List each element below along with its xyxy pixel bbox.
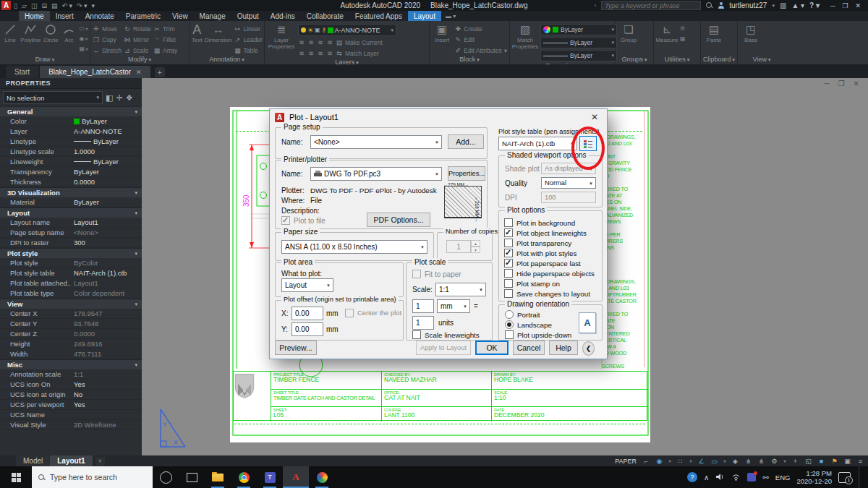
- annotation-monitor-icon[interactable]: ◱: [804, 458, 813, 465]
- expand-icon[interactable]: ›: [594, 2, 596, 9]
- opt-plot-in-background[interactable]: Plot in background: [504, 218, 599, 228]
- tab-parametric[interactable]: Parametric: [120, 11, 166, 21]
- property-row[interactable]: UCS icon at originNo: [0, 390, 142, 400]
- layout1-tab[interactable]: Layout1: [50, 455, 92, 466]
- opt-plot-stamp-on[interactable]: Plot stamp on: [504, 278, 599, 288]
- printer-select[interactable]: DWG To PDF.pc3▼: [310, 167, 442, 181]
- panel-label-annotation[interactable]: Annotation: [190, 55, 264, 64]
- undo-icon[interactable]: ↶ ▾: [61, 2, 72, 9]
- redo-icon[interactable]: ↷ ▾: [77, 2, 88, 9]
- teams-icon[interactable]: T: [257, 466, 283, 488]
- tool-arc[interactable]: Arc: [61, 22, 77, 43]
- toggle-pickadd-icon[interactable]: ◧: [106, 93, 113, 103]
- tool-array[interactable]: ▦Array: [153, 46, 177, 55]
- tab-output[interactable]: Output: [231, 11, 265, 21]
- section-3d-visualization[interactable]: 3D Visualization▾: [0, 187, 142, 197]
- printer-properties-button[interactable]: Properties...: [448, 166, 485, 181]
- tab-drawing[interactable]: Blake_Hope_LatchCastor✕: [40, 66, 150, 78]
- tool-layer-properties[interactable]: ≣ Layer Properties: [267, 22, 296, 50]
- user-menu-caret-icon[interactable]: ▾: [772, 3, 775, 9]
- tool-create-block[interactable]: ✚Create: [454, 24, 507, 33]
- shade-plot-select[interactable]: As displayed▼: [541, 163, 596, 174]
- property-row[interactable]: LayerA-ANNO-NOTE: [0, 127, 142, 137]
- cancel-button[interactable]: Cancel: [513, 341, 545, 355]
- annotation-scale-icon[interactable]: ⚙: [770, 458, 779, 465]
- scale-units-input[interactable]: 1: [412, 316, 434, 330]
- layer-dropdown[interactable]: ☀ ▣ ⚷ A-ANNO-NOTE ▾: [298, 24, 396, 36]
- chrome-icon[interactable]: [231, 466, 257, 488]
- opt-plot-paperspace-last[interactable]: Plot paperspace last: [504, 258, 599, 268]
- tab-insert[interactable]: Insert: [50, 11, 80, 21]
- app-store-icon[interactable]: ▥: [780, 1, 786, 9]
- offset-y-input[interactable]: 0.00: [292, 322, 323, 336]
- task-view-icon[interactable]: [179, 466, 205, 488]
- save-as-icon[interactable]: ⊟: [41, 2, 47, 9]
- spin-up-icon[interactable]: ▲: [471, 240, 480, 247]
- tool-line[interactable]: Line: [2, 22, 18, 43]
- restore-icon[interactable]: ❐: [842, 2, 848, 9]
- tool-edit-attributes[interactable]: ✐Edit Attributes ▾: [454, 46, 507, 55]
- scale-unit-select[interactable]: mm▼: [437, 299, 470, 313]
- qat-customize-icon[interactable]: ▾: [92, 2, 95, 9]
- property-row[interactable]: Width476.7111: [0, 349, 142, 359]
- help-search-input[interactable]: [601, 1, 701, 10]
- tab-collaborate[interactable]: Collaborate: [301, 11, 349, 21]
- customization-icon[interactable]: ≡: [856, 458, 865, 465]
- quick-calc-icon[interactable]: ▦: [680, 34, 686, 43]
- add-button[interactable]: Add...: [448, 134, 484, 149]
- edit-pen-table-button[interactable]: [579, 136, 597, 151]
- taskbar-search[interactable]: Type here to search: [32, 466, 153, 488]
- section-misc[interactable]: Misc▾: [0, 359, 142, 369]
- tab-view[interactable]: View: [166, 11, 194, 21]
- property-row[interactable]: Thickness0.0000: [0, 177, 142, 187]
- fit-to-paper-checkbox[interactable]: Fit to paper: [412, 269, 461, 279]
- property-row[interactable]: Linetype scale1.0000: [0, 147, 142, 157]
- snap-caret-icon[interactable]: ▾: [668, 458, 672, 463]
- polar-tracking-icon[interactable]: ∠: [697, 458, 706, 465]
- tool-match-properties[interactable]: ▧ Match Properties: [512, 22, 538, 50]
- signed-in-user[interactable]: turtlenutz27: [729, 1, 767, 9]
- property-row[interactable]: Plot styleByColor: [0, 258, 142, 268]
- user-avatar-icon[interactable]: [718, 2, 724, 9]
- property-row[interactable]: TransparencyByLayer: [0, 167, 142, 177]
- ok-button[interactable]: OK: [475, 341, 509, 355]
- page-setup-name-select[interactable]: <None>▼: [310, 135, 442, 149]
- quick-select-icon[interactable]: ❖: [126, 93, 133, 103]
- tab-layout[interactable]: Layout: [408, 11, 441, 21]
- copies-spinner[interactable]: 1 ▲▼: [446, 240, 480, 253]
- tool-polyline[interactable]: Polyline: [20, 22, 41, 43]
- help-icon[interactable]: ? ▾: [809, 1, 820, 9]
- panel-label-modify[interactable]: Modify: [90, 55, 189, 64]
- opt-hide-paperspace-objects[interactable]: Hide paperspace objects: [504, 268, 599, 278]
- property-row[interactable]: UCS Name: [0, 410, 142, 420]
- tool-circle[interactable]: Circle: [43, 22, 59, 43]
- tool-base[interactable]: ◳ Base: [740, 22, 762, 43]
- workspace-switching-icon[interactable]: +: [791, 458, 800, 465]
- property-row[interactable]: UCS per viewportYes: [0, 400, 142, 410]
- section-plot-style[interactable]: Plot style▾: [0, 248, 142, 258]
- property-row[interactable]: Height249.6916: [0, 339, 142, 349]
- lock-ui-icon[interactable]: ▣: [843, 458, 852, 465]
- minimize-icon[interactable]: ─: [830, 2, 835, 9]
- tool-trim[interactable]: ✂Trim: [153, 24, 177, 33]
- grid-icon[interactable]: ⌐: [642, 458, 651, 465]
- object-snap-tracking-icon[interactable]: ▭: [710, 458, 719, 465]
- center-plot-checkbox[interactable]: Center the plot: [345, 308, 401, 318]
- apply-to-layout-button[interactable]: Apply to Layout: [416, 341, 471, 355]
- network-icon[interactable]: [731, 471, 741, 484]
- tool-linear[interactable]: ↦Linear: [234, 24, 262, 33]
- id-point-icon[interactable]: ⚙: [680, 24, 686, 33]
- ribbon-options-icon[interactable]: ▬ ▾: [441, 11, 456, 21]
- units-icon[interactable]: ■: [817, 458, 826, 465]
- tool-move[interactable]: ✛Move: [93, 24, 122, 33]
- tool-leader[interactable]: ↗Leader: [234, 35, 262, 44]
- property-row[interactable]: UCS icon OnYes: [0, 380, 142, 390]
- new-layout-icon[interactable]: +: [95, 457, 105, 466]
- browser-icon[interactable]: [309, 466, 335, 488]
- tab-home[interactable]: Home: [19, 11, 50, 21]
- section-view[interactable]: View▾: [0, 299, 142, 309]
- portrait-radio[interactable]: Portrait: [505, 309, 540, 320]
- rectangle-tool-icon[interactable]: ▭ ▾: [79, 24, 88, 33]
- tool-paste[interactable]: ▤ Paste: [703, 22, 725, 43]
- doc-minimize-icon[interactable]: ─: [825, 80, 830, 87]
